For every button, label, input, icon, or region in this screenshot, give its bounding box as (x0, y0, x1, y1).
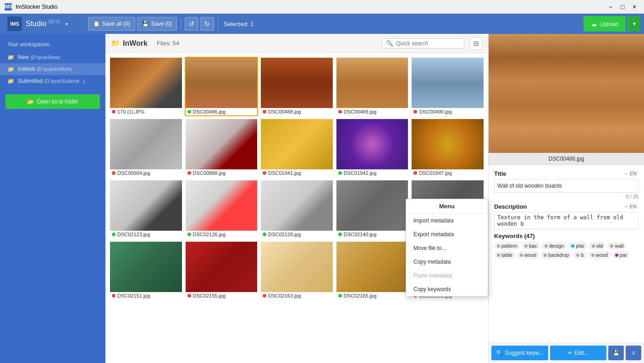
keyword-chip[interactable]: par (612, 251, 630, 259)
image-filename: DSC01947.jpg (419, 170, 452, 176)
folder-title: 📁 InWork (111, 39, 148, 48)
redo-button[interactable]: ↻ (200, 17, 214, 31)
keyword-text: wood (524, 252, 536, 258)
workspace-item-inwork[interactable]: 📁 InWork (D:\pub\InWork) (0, 63, 105, 75)
workspace-name-inwork: InWork (D:\pub\InWork) (18, 66, 72, 72)
desc-input[interactable]: Texture in the form of a wall from old w… (494, 212, 638, 229)
brand-dropdown-icon[interactable]: ▾ (66, 22, 68, 27)
maximize-button[interactable]: □ (617, 2, 627, 12)
image-label: DSC02126.jpg (186, 231, 258, 238)
keyword-dot (497, 244, 500, 248)
image-filename: DSC02165.jpg (344, 293, 377, 298)
image-thumbnail (261, 180, 333, 231)
image-cell[interactable]: DSC00490.jpg (411, 57, 484, 116)
status-dot (187, 171, 191, 175)
keywords-section: Keywords (47) patternbacdesignplaroldwal… (494, 233, 638, 259)
image-cell[interactable]: DSC00489.jpg (336, 57, 409, 116)
image-filename: DSC00486.jpg (193, 109, 226, 114)
suggest-keywords-button[interactable]: 🔍 Suggest keyw... (491, 346, 548, 360)
workspace-item-submitted[interactable]: 📁 Submitted (D:\pub\Submitt...) (0, 75, 105, 87)
image-cell[interactable]: DSC02140.jpg (336, 179, 409, 239)
desc-lang-button[interactable]: → EN (622, 203, 638, 210)
filter-button[interactable]: ⊟ (470, 37, 483, 50)
keyword-text: backdrop (548, 252, 569, 258)
desc-field-label: Description → EN (494, 203, 638, 210)
image-cell[interactable]: 170 (1).JPG (109, 57, 183, 116)
keyword-chip[interactable]: backdrop (541, 251, 572, 259)
keyword-chip[interactable]: b (573, 251, 586, 259)
open-folder-button[interactable]: 📂 Open local folder (6, 94, 100, 109)
workspace-item-new[interactable]: 📁 New (D:\pub\New) (0, 51, 105, 63)
status-dot (187, 233, 191, 236)
image-cell[interactable]: DSC02155.jpg (185, 241, 259, 300)
upload-icon: ☁ (591, 21, 597, 27)
image-label: DSC00490.jpg (412, 108, 484, 115)
image-thumbnail (110, 180, 182, 231)
minimize-button[interactable]: − (605, 2, 616, 12)
edit-button[interactable]: ✏ Edit... (550, 346, 607, 360)
action-menu-button[interactable]: ≡ (626, 346, 641, 360)
workspaces-label: Your workspaces: (0, 39, 105, 51)
image-cell[interactable]: DSC02128.jpg (260, 179, 334, 239)
image-cell[interactable]: DSC02165.jpg (336, 241, 409, 300)
keyword-chip[interactable]: plar (568, 242, 587, 249)
keyword-chip[interactable]: bac (522, 242, 540, 249)
image-thumbnail (336, 119, 408, 169)
context-menu-item[interactable]: Export metadata (406, 228, 488, 241)
wood-preview (489, 34, 644, 153)
image-cell[interactable]: DSC02123.jpg (109, 179, 183, 239)
image-cell[interactable]: DSC01941.jpg (260, 118, 334, 178)
image-cell[interactable]: DSC00488.jpg (260, 57, 334, 116)
image-cell[interactable]: DSC01942.jpg (336, 118, 409, 178)
save-all-button[interactable]: 📋 Save all (0) (88, 17, 135, 31)
save-button[interactable]: 💾 Save (0) (137, 17, 177, 31)
image-cell[interactable]: DSC00486.jpg (185, 57, 259, 116)
keyword-dot (520, 254, 523, 257)
image-label: DSC01947.jpg (412, 169, 484, 177)
image-thumbnail (186, 242, 258, 292)
image-label: DSC02140.jpg (336, 231, 408, 238)
keyword-dot (592, 244, 595, 248)
upload-button[interactable]: ☁ Upload (583, 16, 626, 32)
undo-button[interactable]: ↺ (185, 17, 198, 31)
upload-dropdown-button[interactable]: ▾ (627, 16, 640, 32)
keyword-chip[interactable]: wood (589, 251, 611, 259)
image-cell[interactable]: DSC00868.jpg (185, 118, 259, 178)
keyword-chip[interactable]: pattern (494, 242, 520, 249)
image-filename: DSC00868.jpg (193, 170, 226, 176)
image-cell[interactable]: DSC00504.jpg (109, 118, 183, 178)
close-button[interactable]: × (629, 2, 639, 12)
image-label: DSC00486.jpg (186, 108, 258, 115)
image-cell[interactable]: DSC01947.jpg (411, 118, 484, 178)
title-lang-button[interactable]: → EN (622, 170, 638, 177)
save-action-button[interactable]: 💾 (608, 346, 624, 360)
image-cell[interactable]: DSC02163.jpg (260, 241, 334, 300)
status-dot (112, 171, 116, 175)
image-thumbnail (261, 119, 333, 169)
title-input[interactable] (494, 179, 638, 193)
search-input[interactable] (396, 40, 460, 47)
image-filename: DSC02140.jpg (344, 232, 377, 237)
context-menu-item: Paste metadata (406, 269, 488, 282)
image-cell[interactable]: DSC02151.jpg (109, 241, 183, 300)
keyword-chip[interactable]: wood (517, 251, 539, 259)
keyword-text: table (501, 252, 512, 258)
image-label: DSC02155.jpg (186, 292, 258, 299)
preview-image (489, 34, 644, 153)
status-dot (112, 294, 116, 298)
context-menu-item[interactable]: Copy keywords (406, 282, 488, 296)
context-menu-item[interactable]: Copy metadata (406, 255, 488, 269)
keyword-chip[interactable]: wall (607, 242, 626, 249)
keyword-chip[interactable]: old (589, 242, 606, 249)
image-thumbnail (110, 58, 182, 108)
image-filename: DSC01942.jpg (344, 170, 377, 176)
keyword-chip[interactable]: table (494, 251, 515, 259)
action-bar: 🔍 Suggest keyw... ✏ Edit... 💾 ≡ (489, 342, 644, 363)
keyword-chip[interactable]: design (542, 242, 567, 249)
image-filename: 170 (1).JPG (117, 109, 144, 114)
context-menu-item[interactable]: Move file to... (406, 241, 488, 255)
status-dot (413, 110, 417, 114)
brand-icon: IMS (7, 16, 22, 31)
context-menu-item[interactable]: Import metadata (406, 214, 488, 228)
image-cell[interactable]: DSC02126.jpg (185, 179, 259, 239)
